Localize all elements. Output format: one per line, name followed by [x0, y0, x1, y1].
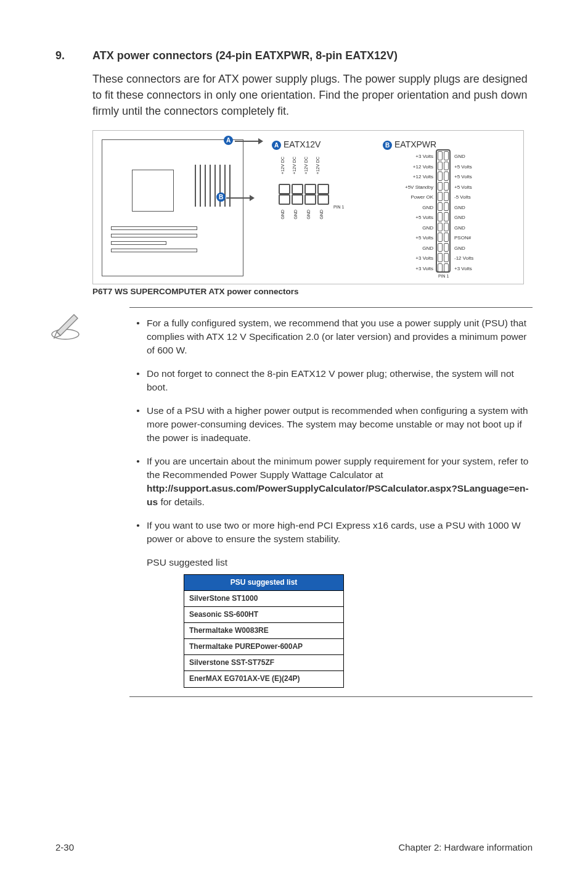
pin-label: +5 Volts — [374, 213, 433, 223]
eatx12v-top-labels: +12V DC +12V DC +12V DC +12V DC — [280, 157, 320, 175]
psu-row: Seasonic SS-600HT — [184, 607, 344, 623]
psu-row: Thermaltake W0083RE — [184, 623, 344, 639]
pin-label: GND — [280, 210, 285, 220]
cpu-socket-icon — [132, 170, 174, 212]
eatxpwr-text: EATXPWR — [394, 139, 436, 149]
note-text: Use of a PSU with a higher power output … — [147, 404, 533, 445]
pin-label: +12 Volts — [374, 172, 433, 183]
pin-label: +3 Volts — [374, 254, 433, 264]
pin-label: +5 Volts — [454, 162, 504, 173]
eatxpwr-label: BEATXPWR — [383, 139, 436, 150]
eatxpwr-connector — [436, 149, 451, 273]
pin-label: +5V Standby — [374, 183, 433, 193]
psu-row: SilverStone ST1000 — [184, 591, 344, 607]
arrow-icon — [226, 197, 251, 199]
pcie-slot-icon — [111, 249, 197, 252]
pin-label: +12V DC — [316, 157, 320, 175]
pcie-slot-icon — [111, 226, 197, 230]
psu-row: Silverstone SST-ST75ZF — [184, 655, 344, 671]
pin-label: GND — [454, 213, 504, 223]
note-item: •Use of a PSU with a higher power output… — [129, 404, 533, 445]
psu-row: Thermaltake PUREPower-600AP — [184, 639, 344, 655]
pin-label: +5 Volts — [374, 233, 433, 244]
pin-label: GND — [293, 210, 298, 220]
note-bullet-list: •For a fully configured system, we recom… — [129, 316, 533, 687]
note-item: •If you are uncertain about the minimum … — [129, 455, 533, 509]
pin-label: GND — [454, 203, 504, 213]
note-block: •For a fully configured system, we recom… — [129, 307, 533, 696]
note-text: Do not forget to connect the 8-pin EATX1… — [147, 367, 533, 394]
note-item: •If you want to use two or more high-end… — [129, 519, 533, 546]
pin-label: Power OK — [374, 192, 433, 203]
pin-label: +12 Volts — [374, 162, 433, 173]
psu-table-header: PSU suggested list — [184, 575, 344, 591]
pin-label: +12V DC — [304, 157, 308, 175]
pin-label: GND — [454, 152, 504, 162]
note-text: If you are uncertain about the minimum p… — [147, 455, 533, 509]
eatx12v-text: EATX12V — [284, 139, 321, 149]
arrow-icon — [235, 141, 259, 142]
pin-label: +5 Volts — [454, 172, 504, 183]
motherboard-outline — [102, 139, 243, 276]
connector-diagram: A B AEATX12V BEATXPWR +12V DC +12V DC +1… — [92, 130, 524, 284]
note-text-part: If you are uncertain about the minimum p… — [147, 456, 528, 480]
note-item: •Do not forget to connect the 8-pin EATX… — [129, 367, 533, 394]
pin-label: GND — [454, 223, 504, 234]
pin-label: +5 Volts — [454, 183, 504, 193]
note-pencil-icon — [48, 307, 83, 342]
pin-label: +3 Volts — [374, 264, 433, 274]
pin-label: GND — [374, 223, 433, 234]
eatx12v-connector — [278, 184, 330, 207]
pin1-label: PIN 1 — [333, 205, 345, 209]
eatxpwr-right-labels: GND +5 Volts +5 Volts +5 Volts -5 Volts … — [454, 152, 504, 274]
section-header: 9. ATX power connectors (24-pin EATXPWR,… — [55, 49, 533, 62]
note-text: For a fully configured system, we recomm… — [147, 316, 533, 357]
pin-label: +3 Volts — [374, 152, 433, 162]
pin-label: -12 Volts — [454, 254, 504, 264]
note-text-part: for details. — [158, 497, 205, 507]
pin-label: GND — [374, 203, 433, 213]
pin-label: GND — [454, 244, 504, 254]
psu-table: PSU suggested list SilverStone ST1000 Se… — [184, 574, 344, 687]
eatx12v-bottom-labels: GND GND GND GND — [280, 210, 324, 220]
pin-label: +12V DC — [280, 157, 285, 175]
section-title: ATX power connectors (24-pin EATXPWR, 8-… — [92, 49, 398, 62]
pin-label: GND — [319, 210, 324, 220]
pcie-slot-icon — [111, 234, 197, 237]
badge-a-icon: A — [272, 141, 281, 150]
pin-label: GND — [374, 244, 433, 254]
pin-label: PSON# — [454, 233, 504, 244]
pin1-label: PIN 1 — [438, 274, 449, 278]
pin-label: GND — [306, 210, 311, 220]
ram-slots-icon — [195, 165, 232, 207]
chapter-label: Chapter 2: Hardware information — [398, 842, 533, 852]
eatx12v-label: AEATX12V — [272, 139, 321, 150]
pin-label: +3 Volts — [454, 264, 504, 274]
badge-b-icon: B — [383, 141, 392, 150]
pin-label: +12V DC — [292, 157, 296, 175]
page-footer: 2-30 Chapter 2: Hardware information — [55, 842, 533, 852]
eatxpwr-left-labels: +3 Volts +12 Volts +12 Volts +5V Standby… — [374, 152, 433, 274]
note-item: •For a fully configured system, we recom… — [129, 316, 533, 357]
psu-list-caption: PSU suggested list — [147, 556, 533, 569]
pin-label: -5 Volts — [454, 192, 504, 203]
pcie-slot-icon — [111, 241, 166, 245]
psu-row: EnerMAX EG701AX-VE (E)(24P) — [184, 671, 344, 687]
page-number: 2-30 — [55, 842, 74, 852]
intro-paragraph: These connectors are for ATX power suppl… — [92, 71, 533, 119]
section-number: 9. — [55, 49, 92, 62]
note-text: If you want to use two or more high-end … — [147, 519, 533, 546]
diagram-caption: P6T7 WS SUPERCOMPUTER ATX power connecto… — [92, 287, 533, 296]
